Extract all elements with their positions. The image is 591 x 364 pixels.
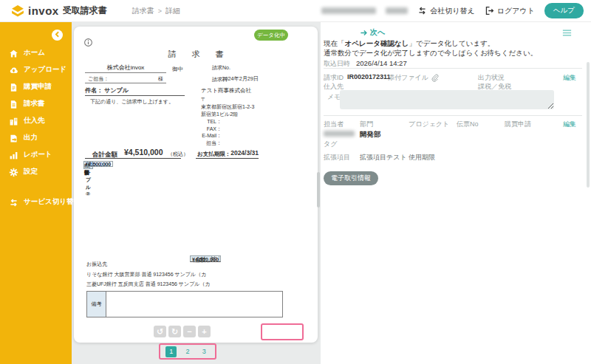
document-scrollbar[interactable] [317,172,320,207]
page-button-1[interactable]: 1 [165,346,177,357]
department-value: 開発部 [360,130,381,140]
top-header: invox 受取請求書 請求書 > 詳細 会社切り替え ログアウト ヘルプ [0,0,591,22]
panel-scrollbar[interactable] [587,62,590,188]
sidebar-item-label: レポート [24,150,52,159]
sidebar-item-reports[interactable]: レポート [0,146,72,163]
sidebar-item-service-switch[interactable]: サービス切り替え [0,193,72,210]
sidebar-item-label: 請求書 [24,99,45,109]
output-icon [9,133,18,142]
paperclip-icon [431,74,439,82]
invoices-icon [9,99,18,109]
extension-label: 拡張項目 [324,153,350,162]
tax-included-note: （税込） [168,151,188,158]
rotate-right-button[interactable]: ↻ [168,326,181,337]
invoice-preview: データ化中 請 求 書 株式会社invox 御中 ご担当：様 件名： サンプル … [74,27,318,343]
sidebar-item-purchase-request[interactable]: 購買申請 [0,78,72,95]
edit-header-button[interactable]: 編集 [563,73,576,83]
next-button[interactable]: 次へ [360,27,385,38]
breadcrumb: 請求書 > 詳細 [132,6,180,16]
highlight-box-pagination: 123 [159,343,216,360]
due-date-value: 2024/3/31 [225,149,259,157]
masked-person-value [324,131,355,137]
summary-value: ¥4,510,000 [190,255,221,262]
department-label: 部門 [360,120,373,129]
reports-icon [9,150,18,159]
breadcrumb-page: 詳細 [165,6,180,16]
bill-to-company: 株式会社invox [85,63,166,73]
invoice-greeting: 下記の通り、ご請求申し上げます。 [90,98,174,106]
document-viewer-area: データ化中 請 求 書 株式会社invox 御中 ご担当：様 件名： サンプル … [72,22,321,364]
tag-label: タグ [324,140,337,149]
sidebar-item-label: 設定 [24,167,38,176]
sidebar-item-invoices[interactable]: 請求書 [0,95,72,112]
breadcrumb-separator-icon: > [158,7,162,15]
e-transaction-badge[interactable]: 電子取引情報 [324,171,378,185]
rotate-left-button[interactable]: ↺ [154,326,166,337]
zoom-in-button[interactable]: + [198,326,211,337]
page-button-3[interactable]: 3 [199,346,210,357]
home-icon [9,48,18,58]
divider [324,68,582,69]
usage-period-label: 使用期限 [409,153,435,162]
chevron-left-icon [52,30,62,41]
breadcrumb-section[interactable]: 請求書 [132,6,154,16]
total-underline [85,158,181,159]
logo-text[interactable]: invox [28,4,59,17]
sidebar-item-suppliers[interactable]: 仕入先 [0,112,72,129]
subject-row: 件名： サンプル [85,86,185,96]
sidebar-item-home[interactable]: ホーム [0,44,72,61]
app-name: 受取請求書 [63,4,107,17]
invoice-no-label: 請求No. [212,64,230,72]
bank-account-1: りそな銀行 大阪営業部 普通 9123456 サンプル（カ [86,271,206,278]
download-button[interactable] [284,326,297,338]
info-icon[interactable] [78,32,88,42]
page-button-2[interactable]: 2 [182,346,194,357]
logout-button[interactable]: ログアウト [485,6,535,16]
invoice-title: 請 求 書 [74,49,318,60]
extension-test-label: 拡張項目テスト [360,153,407,162]
sidebar-item-label: サービス切り替え [24,197,81,207]
status-badge: データ化中 [254,30,288,41]
next-label: 次へ [370,27,385,38]
zoom-out-button[interactable]: − [183,326,196,337]
sidebar-item-label: 購買申請 [24,82,52,92]
project-label: プロジェクト [409,120,449,129]
notes-content [106,292,282,317]
issuer-contact-labels: TEL： FAX： E-Mail： 担当： [185,118,222,146]
upload-icon [9,65,18,75]
service-switch-icon [9,197,18,207]
attachment-field[interactable]: 添付ファイル [388,73,439,83]
sidebar: ホームアップロード購買申請請求書仕入先出力レポート設定 サービス切り替え [0,22,72,364]
menu-icon[interactable] [561,27,573,38]
logout-icon [485,6,494,16]
next-arrow-icon [360,29,368,37]
pdf-download-button[interactable]: PDF [267,326,280,338]
sidebar-item-settings[interactable]: 設定 [0,163,72,180]
sidebar-item-label: ホーム [24,48,45,58]
memo-input[interactable] [340,90,554,109]
masked-user-name [386,7,408,14]
invoice-id-value: IR0020172311 [347,73,391,80]
sidebar-collapse-button[interactable] [52,30,63,41]
bank-account-2: 三菱UFJ銀行 五反田支店 普通 9123456 サンプル（カ [86,281,211,288]
invox-logo-icon[interactable] [10,4,25,18]
issuer-address2: 新宿第1ビル2階 [201,111,238,118]
notes-label: 備考 [87,292,106,317]
divider [324,115,582,116]
processing-notice: 現在「オペレータ確認なし」でデータ化しています。 [324,39,494,49]
edit-assignment-button[interactable]: 編集 [563,120,576,129]
viewer-toolbar: ↺↻−+ [154,326,211,337]
invox-app: invox 受取請求書 請求書 > 詳細 会社切り替え ログアウト ヘルプ ホー… [0,0,591,364]
bill-to-honorific: 御中 [172,66,183,73]
bank-label: お振込先 [86,261,107,268]
attention-row: ご担当：様 [85,75,166,83]
sidebar-item-upload[interactable]: アップロード [0,61,72,78]
issuer-postal: 〒 [201,96,206,103]
help-button[interactable]: ヘルプ [544,3,584,18]
purchase-request-label: 購買申請 [505,120,531,129]
processing-notice-line2: 通常数分でデータ化が完了しますので今しばらくお待ちください。 [324,49,537,58]
company-switch-button[interactable]: 会社切り替え [417,6,474,16]
memo-label: メモ [327,92,341,102]
sidebar-item-output[interactable]: 出力 [0,129,72,146]
due-underline [196,158,259,159]
